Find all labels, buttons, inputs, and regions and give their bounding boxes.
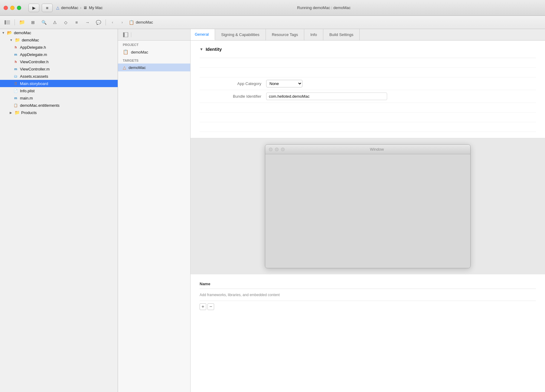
- storyboard-canvas: Window: [191, 138, 545, 274]
- project-name: demoMac: [61, 5, 78, 10]
- add-frameworks-hint: Add frameworks, libraries, and embedded …: [200, 293, 280, 297]
- sidebar-item-label: Info.plist: [20, 89, 34, 93]
- add-framework-button[interactable]: +: [200, 303, 206, 310]
- file-icon-entitlements: 📋: [13, 103, 18, 108]
- sidebar-toggle-button[interactable]: [2, 18, 12, 27]
- svg-rect-1: [7, 20, 10, 24]
- preview-close: [269, 148, 272, 151]
- file-navigator: ▼ 📂 demoMac ▼ 📁 demoMac h AppDelegate.h …: [0, 29, 118, 392]
- project-section-label: PROJECT: [118, 41, 190, 48]
- comment-icon: 💬: [96, 20, 101, 25]
- breadcrumb: △ demoMac › 🖥 My Mac: [56, 5, 103, 10]
- sidebar-item-mainstoryboard[interactable]: 🗒 Main.storyboard: [0, 80, 118, 87]
- sidebar-item-appdelegate-h[interactable]: h AppDelegate.h: [0, 44, 118, 51]
- maximize-button[interactable]: [17, 6, 21, 10]
- svg-rect-3: [123, 32, 125, 37]
- window-preview-content: [265, 154, 470, 268]
- nav-forward-button[interactable]: ›: [118, 18, 126, 27]
- identity-chevron-icon: ▼: [200, 47, 203, 51]
- frameworks-section: Name Add frameworks, libraries, and embe…: [191, 274, 545, 315]
- shape-icon-btn[interactable]: ◇: [61, 18, 70, 27]
- sidebar-item-viewcontroller-h[interactable]: h ViewController.h: [0, 58, 118, 65]
- sidebar-item-label: Main.storyboard: [20, 81, 48, 86]
- sidebar-item-label: main.m: [20, 96, 33, 100]
- sidebar-item-products[interactable]: ▶ 📁 Products: [0, 109, 118, 116]
- window-preview-titlebar: Window: [265, 145, 470, 154]
- app-category-select[interactable]: None: [266, 80, 302, 87]
- svg-rect-0: [5, 20, 6, 24]
- sidebar-item-viewcontroller-m[interactable]: m ViewController.m: [0, 65, 118, 73]
- file-icon-m3: m: [13, 96, 18, 100]
- traffic-lights: [4, 6, 21, 10]
- identity-section-title: Identity: [206, 47, 222, 52]
- preview-maximize: [281, 148, 285, 151]
- collapse-arrow-demomac: ▼: [10, 38, 13, 42]
- tab-general[interactable]: General: [191, 29, 215, 40]
- nav-forward-icon: ›: [122, 20, 123, 24]
- project-icon-blue: 📋: [123, 49, 129, 55]
- arrow-icon-btn[interactable]: →: [83, 18, 92, 27]
- hierarchy-icon: ⊞: [31, 20, 35, 25]
- preview-window-title: Window: [287, 147, 467, 152]
- tab-info[interactable]: Info: [304, 29, 323, 40]
- main-layout: ▼ 📂 demoMac ▼ 📁 demoMac h AppDelegate.h …: [0, 29, 545, 392]
- sidebar-item-entitlements[interactable]: 📋 demoMac.entitlements: [0, 102, 118, 109]
- tab-build-settings[interactable]: Build Settings: [323, 29, 360, 40]
- inspector-toggle[interactable]: [120, 32, 131, 37]
- toolbar-divider-1: [15, 19, 15, 25]
- comment-icon-btn[interactable]: 💬: [93, 18, 103, 27]
- sidebar-root-label: demoMac: [14, 31, 31, 35]
- file-icon-xcassets: 🗂: [13, 74, 18, 79]
- file-icon-h1: h: [13, 45, 18, 50]
- sidebar-root-item[interactable]: ▼ 📂 demoMac: [0, 29, 118, 36]
- window-preview: Window: [265, 144, 471, 268]
- sidebar-item-label: Assets.xcassets: [20, 74, 48, 79]
- warning-icon-btn[interactable]: ⚠: [50, 18, 60, 27]
- targets-section-label: TARGETS: [118, 56, 190, 64]
- project-list-panel: PROJECT 📋 demoMac TARGETS △ demoMac: [118, 29, 191, 392]
- project-item-label: demoMac: [131, 50, 148, 54]
- search-icon-btn[interactable]: 🔍: [39, 18, 49, 27]
- sidebar-item-label: demoMac: [22, 38, 39, 42]
- sidebar-item-main-m[interactable]: m main.m: [0, 94, 118, 102]
- sidebar-item-assets[interactable]: 🗂 Assets.xcassets: [0, 73, 118, 80]
- target-icon: △: [123, 65, 126, 70]
- stop-button[interactable]: ■: [42, 4, 53, 12]
- tab-resource-tags[interactable]: Resource Tags: [266, 29, 304, 40]
- toolbar: 📁 ⊞ 🔍 ⚠ ◇ ≡ → 💬 ‹ › 📋 demoMac: [0, 16, 545, 29]
- target-item-label: demoMac: [129, 65, 146, 70]
- list-icon: ≡: [75, 20, 78, 25]
- file-icon-m1: m: [13, 52, 18, 57]
- folder-icon-demomac: 📁: [15, 38, 20, 42]
- app-category-row: App Category None: [200, 77, 536, 90]
- bundle-id-label: Bundle Identifier: [200, 94, 266, 99]
- editor-split: PROJECT 📋 demoMac TARGETS △ demoMac Gene…: [118, 29, 545, 392]
- name-column-header: Name: [200, 282, 210, 286]
- preview-minimize: [275, 148, 279, 151]
- bundle-id-input[interactable]: [266, 93, 387, 100]
- close-button[interactable]: [4, 6, 8, 10]
- remove-framework-button[interactable]: −: [207, 303, 214, 310]
- nav-back-icon: ‹: [112, 20, 113, 24]
- collapse-arrow-root: ▼: [2, 31, 5, 34]
- title-bar: ▶ ■ △ demoMac › 🖥 My Mac Running demoMac…: [0, 0, 545, 16]
- arrow-icon: →: [85, 20, 90, 25]
- sidebar-item-demomac-group[interactable]: ▼ 📁 demoMac: [0, 36, 118, 44]
- play-button[interactable]: ▶: [28, 4, 39, 12]
- minimize-button[interactable]: [10, 6, 15, 10]
- project-list-item-target[interactable]: △ demoMac: [118, 64, 190, 71]
- folder-icon: 📁: [19, 19, 25, 25]
- identity-section-header: ▼ Identity: [200, 47, 536, 52]
- folder-icon-btn[interactable]: 📁: [17, 18, 27, 27]
- nav-back-button[interactable]: ‹: [108, 18, 117, 27]
- project-list-item-project[interactable]: 📋 demoMac: [118, 48, 190, 56]
- warning-icon: ⚠: [53, 20, 57, 25]
- list-icon-btn[interactable]: ≡: [72, 18, 81, 27]
- sidebar-item-appdelegate-m[interactable]: m AppDelegate.m: [0, 51, 118, 58]
- tab-signing[interactable]: Signing & Capabilities: [215, 29, 266, 40]
- hierarchy-icon-btn[interactable]: ⊞: [28, 18, 38, 27]
- sidebar-item-infoplist[interactable]: 📄 Info.plist: [0, 87, 118, 94]
- device-name: My Mac: [89, 5, 103, 10]
- file-icon-m2: m: [13, 67, 18, 71]
- breadcrumb-separator: ›: [80, 6, 81, 10]
